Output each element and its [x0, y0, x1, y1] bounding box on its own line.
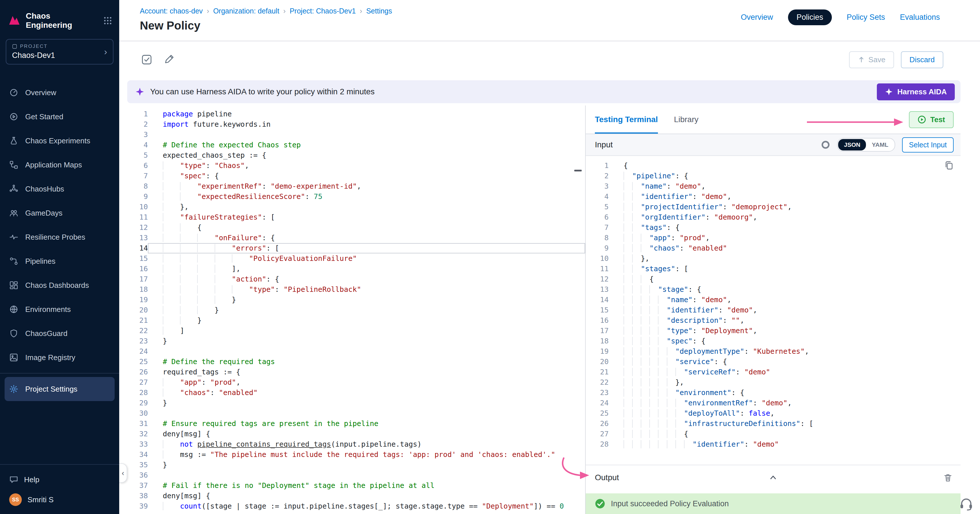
code-line[interactable]: 25 "deployToAll": false,	[586, 408, 961, 419]
code-line[interactable]: 4# Define the expected Chaos step	[127, 140, 585, 150]
code-line[interactable]: 14 "name": "demo",	[586, 295, 961, 305]
code-line[interactable]: 22 },	[586, 377, 961, 388]
code-line[interactable]: 8 "app": "prod",	[586, 233, 961, 243]
sidebar-item-project-settings[interactable]: Project Settings	[5, 377, 115, 401]
code-line[interactable]: 30	[127, 408, 585, 419]
code-line[interactable]: 10 },	[127, 202, 585, 212]
sidebar-item-chaoshubs[interactable]: ChaosHubs	[0, 177, 119, 201]
code-line[interactable]: 17 "action": {	[127, 274, 585, 284]
code-line[interactable]: 20 "service": {	[586, 356, 961, 367]
help-button[interactable]: Help	[0, 468, 119, 491]
code-line[interactable]: 25# Define the required tags	[127, 356, 585, 367]
code-line[interactable]: 22 ]	[127, 326, 585, 336]
sidebar-item-chaos-experiments[interactable]: Chaos Experiments	[0, 129, 119, 153]
code-line[interactable]: 11 "stages": [	[586, 264, 961, 274]
code-line[interactable]: 32deny[msg] {	[127, 429, 585, 439]
code-line[interactable]: 33 not pipeline_contains_required_tags(i…	[127, 439, 585, 449]
code-line[interactable]: 13 "onFailure": {	[127, 233, 585, 243]
code-line[interactable]: 16 ],	[127, 264, 585, 274]
sidebar-item-image-registry[interactable]: Image Registry	[0, 345, 119, 369]
policy-check-icon[interactable]	[141, 54, 153, 65]
code-line[interactable]: 2import future.keywords.in	[127, 119, 585, 130]
sidebar-item-application-maps[interactable]: Application Maps	[0, 153, 119, 177]
tab-overview[interactable]: Overview	[741, 13, 773, 22]
harness-logo[interactable]	[8, 14, 21, 27]
tab-policies[interactable]: Policies	[788, 10, 832, 25]
code-line[interactable]: 20 }	[127, 305, 585, 315]
info-icon[interactable]	[821, 140, 830, 150]
sidebar-item-pipelines[interactable]: Pipelines	[0, 249, 119, 273]
code-line[interactable]: 26 "infrastructureDefinitions": [	[586, 419, 961, 429]
test-button[interactable]: Test	[909, 111, 954, 128]
breadcrumb-link-project-chaos-dev1[interactable]: Project: Chaos-Dev1	[290, 7, 356, 15]
code-line[interactable]: 15 "identifier": "demo",	[586, 305, 961, 315]
code-line[interactable]: 27 "app": "prod",	[127, 377, 585, 388]
code-line[interactable]: 7 "tags": {	[586, 223, 961, 233]
code-line[interactable]: 1{	[586, 161, 961, 171]
code-line[interactable]: 28 "chaos": "enabled"	[127, 388, 585, 398]
breadcrumb-link-settings[interactable]: Settings	[366, 7, 392, 15]
code-line[interactable]: 6 "type": "Chaos",	[127, 161, 585, 171]
copy-icon[interactable]	[944, 161, 954, 170]
code-line[interactable]: 38deny[msg] {	[127, 491, 585, 501]
format-option-json[interactable]: JSON	[838, 139, 866, 151]
support-headset-icon[interactable]	[959, 498, 973, 511]
harness-aida-button[interactable]: Harness AIDA	[877, 83, 955, 100]
breadcrumb-link-account-chaos-dev[interactable]: Account: chaos-dev	[140, 7, 203, 15]
code-line[interactable]: 21 "serviceRef": "demo"	[586, 367, 961, 377]
code-line[interactable]: 12 {	[127, 223, 585, 233]
code-line[interactable]: 21 }	[127, 315, 585, 326]
select-input-button[interactable]: Select Input	[902, 137, 954, 153]
tab-library[interactable]: Library	[674, 105, 698, 134]
code-line[interactable]: 3	[127, 130, 585, 140]
code-line[interactable]: 36	[127, 470, 585, 481]
code-line[interactable]: 5expected_chaos_step := {	[127, 150, 585, 161]
policy-code-editor[interactable]: 1package pipeline2import future.keywords…	[127, 105, 586, 514]
project-selector[interactable]: PROJECT Chaos-Dev1 ›	[6, 39, 113, 65]
code-line[interactable]: 12 {	[586, 274, 961, 284]
code-line[interactable]: 17 "type": "Deployment",	[586, 326, 961, 336]
code-line[interactable]: 37# Fail if there is no "Deployment" sta…	[127, 481, 585, 491]
code-line[interactable]: 11 "failureStrategies": [	[127, 212, 585, 223]
code-line[interactable]: 9 "chaos": "enabled"	[586, 243, 961, 253]
code-line[interactable]: 8 "experimentRef": "demo-experiment-id",	[127, 181, 585, 191]
sidebar-item-resilience-probes[interactable]: Resilience Probes	[0, 225, 119, 249]
code-line[interactable]: 14 "errors": [	[127, 243, 585, 253]
code-line[interactable]: 7 "spec": {	[127, 171, 585, 181]
input-json-editor[interactable]: 1{2 "pipeline": {3 "name": "demo",4 "ide…	[586, 156, 961, 465]
save-button[interactable]: Save	[849, 51, 894, 68]
sidebar-item-environments[interactable]: Environments	[0, 297, 119, 321]
code-line[interactable]: 19 }	[127, 295, 585, 305]
code-line[interactable]: 26required_tags := {	[127, 367, 585, 377]
code-line[interactable]: 6 "orgIdentifier": "demoorg",	[586, 212, 961, 223]
code-line[interactable]: 5 "projectIdentifier": "demoproject",	[586, 202, 961, 212]
code-line[interactable]: 18 "spec": {	[586, 336, 961, 346]
code-line[interactable]: 15 "PolicyEvaluationFailure"	[127, 253, 585, 264]
clear-output-button[interactable]	[943, 473, 953, 482]
sidebar-item-chaosguard[interactable]: ChaosGuard	[0, 321, 119, 345]
sidebar-item-chaos-dashboards[interactable]: Chaos Dashboards	[0, 273, 119, 297]
code-line[interactable]: 3 "name": "demo",	[586, 181, 961, 191]
code-line[interactable]: 31# Ensure required tags are present in …	[127, 419, 585, 429]
code-line[interactable]: 29}	[127, 398, 585, 408]
sidebar-item-overview[interactable]: Overview	[0, 81, 119, 105]
tab-testing-terminal[interactable]: Testing Terminal	[595, 105, 658, 134]
code-line[interactable]: 27 {	[586, 429, 961, 439]
collapse-output-button[interactable]	[768, 473, 778, 482]
code-line[interactable]: 19 "deploymentType": "Kubernetes",	[586, 346, 961, 356]
code-line[interactable]: 10 },	[586, 253, 961, 264]
tab-evaluations[interactable]: Evaluations	[900, 13, 940, 22]
code-line[interactable]: 24 "environmentRef": "demo",	[586, 398, 961, 408]
code-line[interactable]: 23 "environment": {	[586, 388, 961, 398]
code-line[interactable]: 16 "description": "",	[586, 315, 961, 326]
code-line[interactable]: 9 "expectedResilienceScore": 75	[127, 191, 585, 202]
sidebar-item-get-started[interactable]: Get Started	[0, 105, 119, 129]
code-line[interactable]: 35}	[127, 460, 585, 470]
edit-pencil-icon[interactable]	[164, 54, 175, 65]
breadcrumb-link-organization-default[interactable]: Organization: default	[213, 7, 279, 15]
tab-policy-sets[interactable]: Policy Sets	[847, 13, 885, 22]
code-line[interactable]: 23}	[127, 336, 585, 346]
discard-button[interactable]: Discard	[901, 51, 943, 68]
module-grid-icon[interactable]	[103, 16, 112, 25]
code-line[interactable]: 24	[127, 346, 585, 356]
